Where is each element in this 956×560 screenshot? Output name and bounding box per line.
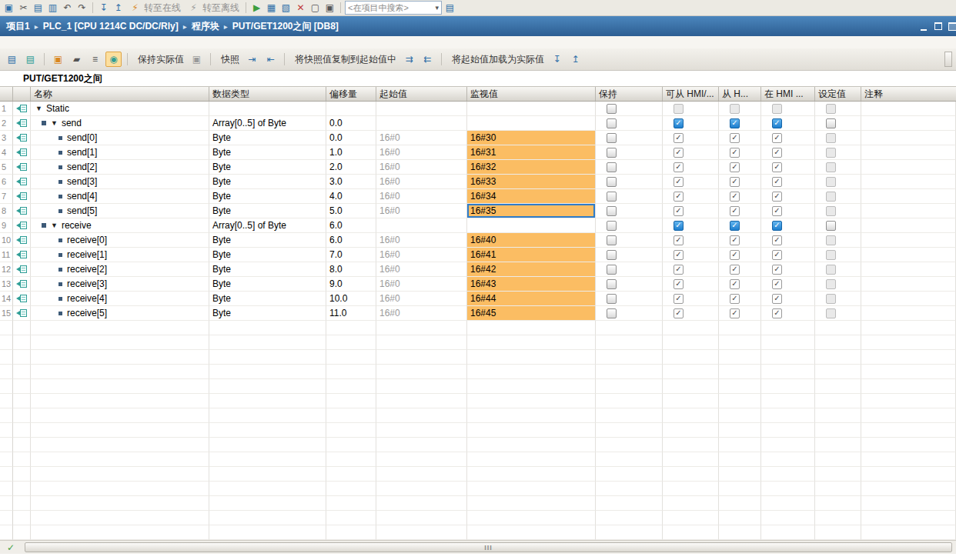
start-value-cell[interactable]: 16#0	[376, 131, 467, 145]
checkbox-on[interactable]	[772, 133, 782, 143]
checkbox-on[interactable]	[772, 192, 782, 202]
table-row[interactable]: 11receive[1]Byte7.016#016#41	[0, 248, 956, 262]
column-header[interactable]: 监视值	[467, 87, 596, 101]
start-value-cell[interactable]	[376, 116, 467, 131]
go-online-button[interactable]: ⚡ 转至在线	[126, 2, 183, 15]
checkbox-on[interactable]	[730, 294, 740, 304]
table-row[interactable]: 5send[2]Byte2.016#016#32	[0, 160, 956, 175]
start-value-cell[interactable]: 16#0	[376, 160, 467, 175]
stop-cpu-icon[interactable]: ✕	[294, 2, 307, 14]
checkbox-off[interactable]	[607, 294, 617, 304]
table-row[interactable]: 8send[5]Byte5.016#016#35	[0, 204, 956, 218]
comment-cell[interactable]	[861, 116, 956, 131]
cross-references-icon[interactable]: ▧	[279, 2, 292, 14]
checkbox-on[interactable]	[674, 206, 684, 216]
comment-cell[interactable]	[861, 218, 956, 233]
comment-cell[interactable]	[861, 131, 956, 145]
checkbox-off[interactable]	[607, 235, 617, 245]
checkbox-on[interactable]	[674, 279, 684, 289]
checkbox-on[interactable]	[772, 206, 782, 216]
data-type-cell[interactable]: Byte	[209, 189, 326, 204]
start-value-cell[interactable]: 16#0	[376, 175, 467, 189]
comment-cell[interactable]	[861, 277, 956, 292]
start-value-cell[interactable]: 16#0	[376, 189, 467, 204]
expander-icon[interactable]: ▼	[51, 222, 58, 229]
start-value-cell[interactable]: 16#0	[376, 292, 467, 306]
comment-cell[interactable]	[861, 145, 956, 160]
load-start-values-icon[interactable]: ↧	[549, 52, 565, 67]
table-row[interactable]: 3send[0]Byte0.016#016#30	[0, 131, 956, 145]
checkbox-on[interactable]	[730, 279, 740, 289]
checkbox-on[interactable]	[674, 308, 684, 318]
checkbox-on[interactable]	[674, 265, 684, 275]
comment-cell[interactable]	[861, 233, 956, 248]
upload-from-device-icon[interactable]: ↥	[112, 2, 125, 14]
table-row[interactable]: 14receive[4]Byte10.016#016#44	[0, 292, 956, 306]
table-row[interactable]: 7send[4]Byte4.016#016#34	[0, 189, 956, 204]
monitor-value-cell[interactable]: 16#32	[467, 160, 596, 175]
checkbox-on[interactable]	[772, 265, 782, 275]
start-value-cell[interactable]: 16#0	[376, 277, 467, 292]
checkbox-off[interactable]	[607, 206, 617, 216]
go-offline-button[interactable]: ⚡ 转至离线	[185, 2, 242, 15]
monitor-value-cell[interactable]	[467, 102, 596, 116]
name-cell[interactable]: send[4]	[31, 189, 209, 204]
table-row[interactable]: 15receive[5]Byte11.016#016#45	[0, 306, 956, 321]
checkbox-on[interactable]	[772, 235, 782, 245]
table-row[interactable]: 2▼sendArray[0..5] of Byte0.0	[0, 116, 956, 131]
monitor-value-cell[interactable]: 16#34	[467, 189, 596, 204]
checkbox-off[interactable]	[607, 279, 617, 289]
monitor-value-cell[interactable]: 16#33	[467, 175, 596, 189]
breadcrumb-plc[interactable]: PLC_1 [CPU 1214C DC/DC/Rly]	[43, 21, 179, 32]
monitor-value-cell[interactable]: 16#35	[467, 204, 596, 218]
checkbox-off[interactable]	[607, 162, 617, 172]
add-row-icon[interactable]: ▤	[22, 52, 38, 67]
paste-icon[interactable]: ▥	[46, 2, 59, 14]
comment-cell[interactable]	[861, 248, 956, 262]
column-header[interactable]: 在 HMI ...	[761, 87, 815, 101]
checkbox-blue[interactable]	[772, 118, 782, 128]
checkbox-on[interactable]	[674, 162, 684, 172]
load-start-as-actual-label[interactable]: 将起始值加载为实际值	[452, 53, 544, 66]
data-type-cell[interactable]: Array[0..5] of Byte	[209, 116, 326, 131]
table-row[interactable]: 4send[1]Byte1.016#016#31	[0, 145, 956, 160]
expander-icon[interactable]: ▼	[51, 119, 58, 127]
checkbox-on[interactable]	[772, 148, 782, 158]
insert-row-icon[interactable]: ▤	[4, 52, 20, 67]
data-type-cell[interactable]: Byte	[209, 233, 326, 248]
checkbox-on[interactable]	[730, 265, 740, 275]
checkbox-on[interactable]	[674, 294, 684, 304]
checkbox-on[interactable]	[772, 250, 782, 260]
checkbox-on[interactable]	[772, 294, 782, 304]
data-type-cell[interactable]: Byte	[209, 306, 326, 321]
breadcrumb-db[interactable]: PUT/GET1200之间 [DB8]	[232, 20, 339, 33]
split-editor-horizontal-icon[interactable]: ▢	[309, 2, 322, 14]
online-diagnostics-icon[interactable]: ▶	[250, 2, 263, 14]
monitor-value-cell[interactable]: 16#41	[467, 248, 596, 262]
start-value-cell[interactable]: 16#0	[376, 248, 467, 262]
data-type-cell[interactable]: Byte	[209, 262, 326, 277]
name-cell[interactable]: receive[2]	[31, 262, 209, 277]
project-search-combobox[interactable]: <在项目中搜索> ▾	[345, 1, 442, 15]
start-value-cell[interactable]	[376, 218, 467, 233]
checkbox-blue[interactable]	[772, 221, 782, 231]
checkbox-on[interactable]	[674, 235, 684, 245]
load-setpoint-values-icon[interactable]: ↥	[567, 52, 583, 67]
column-header[interactable]: 名称	[31, 87, 209, 101]
restore-snapshot-icon[interactable]: ⇤	[262, 52, 279, 67]
checkbox-off[interactable]	[607, 133, 617, 143]
checkbox-off[interactable]	[607, 265, 617, 275]
table-row[interactable]: 10receive[0]Byte6.016#016#40	[0, 233, 956, 248]
scrollbar-thumb[interactable]: III	[25, 542, 952, 552]
checkbox-on[interactable]	[674, 192, 684, 202]
maximize-button[interactable]	[947, 21, 956, 32]
column-header[interactable]: 起始值	[376, 87, 467, 101]
table-row[interactable]: 1▼Static	[0, 102, 956, 116]
retain-lock-icon[interactable]: ▣	[189, 52, 205, 67]
checkbox-on[interactable]	[730, 308, 740, 318]
checkbox-on[interactable]	[730, 133, 740, 143]
checkbox-on[interactable]	[730, 177, 740, 187]
snapshot-label[interactable]: 快照	[221, 53, 239, 66]
monitor-value-cell[interactable]	[467, 218, 596, 233]
name-cell[interactable]: receive[0]	[31, 233, 209, 248]
